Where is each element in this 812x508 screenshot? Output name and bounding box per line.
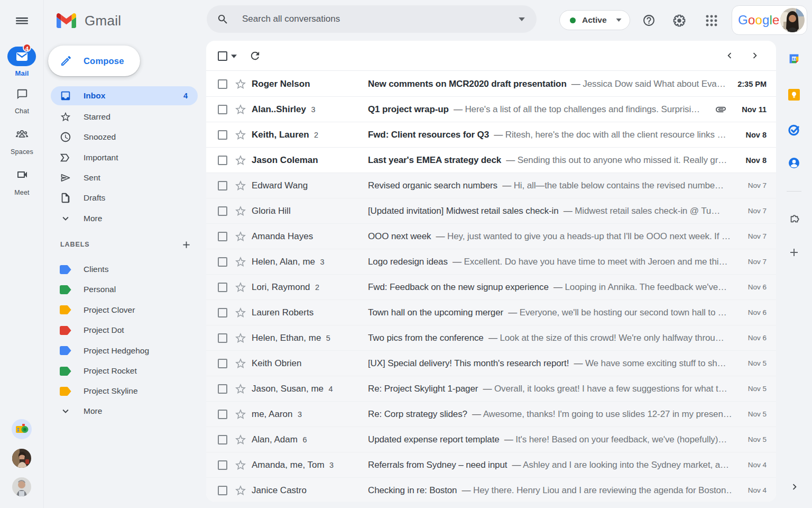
svg-text:31: 31 [792,57,797,61]
